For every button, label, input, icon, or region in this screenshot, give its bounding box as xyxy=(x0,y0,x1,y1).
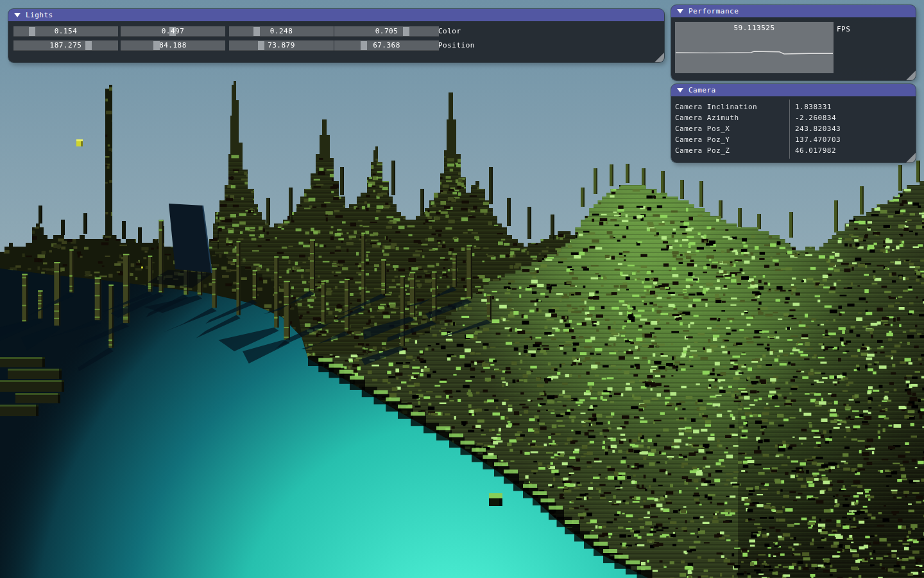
camera-pos-z-row: Camera Poz_Z 46.017982 xyxy=(671,145,916,156)
collapse-icon[interactable] xyxy=(677,88,683,92)
light-color-slider-1[interactable]: 0.154 xyxy=(13,26,118,37)
slider-value: 0.705 xyxy=(334,26,439,37)
camera-inclination-row: Camera Inclination 1.838331 xyxy=(671,101,916,112)
camera-row-label: Camera Poz_Y xyxy=(675,134,730,145)
fps-value: 59.113525 xyxy=(675,24,834,32)
slider-value: 187.275 xyxy=(13,40,118,51)
light-color-slider-4[interactable]: 0.705 xyxy=(334,26,439,37)
lights-titlebar[interactable]: Lights xyxy=(8,9,664,21)
camera-titlebar[interactable]: Camera xyxy=(671,84,916,96)
slider-value: 84.188 xyxy=(121,40,225,51)
lights-title: Lights xyxy=(26,11,53,19)
camera-row-label: Camera Pos_X xyxy=(675,123,730,134)
camera-row-label: Camera Poz_Z xyxy=(675,145,730,156)
camera-row-label: Camera Inclination xyxy=(675,101,757,112)
camera-pos-x-row: Camera Pos_X 243.820343 xyxy=(671,123,916,134)
camera-panel: Camera Camera Inclination 1.838331 Camer… xyxy=(671,84,916,162)
light-position-slider-2[interactable]: 84.188 xyxy=(121,40,225,51)
light-color-slider-2[interactable]: 0.497 xyxy=(121,26,225,37)
camera-row-value: 243.820343 xyxy=(795,123,841,134)
position-row-label: Position xyxy=(438,40,475,51)
slider-value: 0.248 xyxy=(229,26,334,37)
lights-panel: Lights 0.154 0.497 0.248 0.705 Color 187… xyxy=(8,9,664,62)
camera-row-value: 137.470703 xyxy=(795,134,841,145)
camera-title: Camera xyxy=(689,86,716,94)
performance-titlebar[interactable]: Performance xyxy=(671,5,916,17)
light-position-slider-4[interactable]: 67.368 xyxy=(334,40,439,51)
slider-value: 73.879 xyxy=(229,40,334,51)
slider-value: 0.497 xyxy=(121,26,225,37)
camera-row-label: Camera Azimuth xyxy=(675,112,739,123)
light-position-slider-3[interactable]: 73.879 xyxy=(229,40,334,51)
camera-azimuth-row: Camera Azimuth -2.260834 xyxy=(671,112,916,123)
color-row-label: Color xyxy=(438,26,461,37)
slider-value: 67.368 xyxy=(334,40,439,51)
collapse-icon[interactable] xyxy=(14,13,21,17)
camera-row-value: -2.260834 xyxy=(795,112,836,123)
performance-title: Performance xyxy=(689,7,739,15)
light-color-slider-3[interactable]: 0.248 xyxy=(229,26,334,37)
performance-panel: Performance 59.113525 FPS xyxy=(671,5,916,80)
fps-label: FPS xyxy=(837,25,850,33)
camera-row-value: 1.838331 xyxy=(795,101,832,112)
camera-pos-y-row: Camera Poz_Y 137.470703 xyxy=(671,134,916,145)
slider-value: 0.154 xyxy=(13,26,118,37)
camera-row-value: 46.017982 xyxy=(795,145,836,156)
fps-graph: 59.113525 xyxy=(675,22,834,73)
collapse-icon[interactable] xyxy=(677,9,683,13)
light-position-slider-1[interactable]: 187.275 xyxy=(13,40,118,51)
